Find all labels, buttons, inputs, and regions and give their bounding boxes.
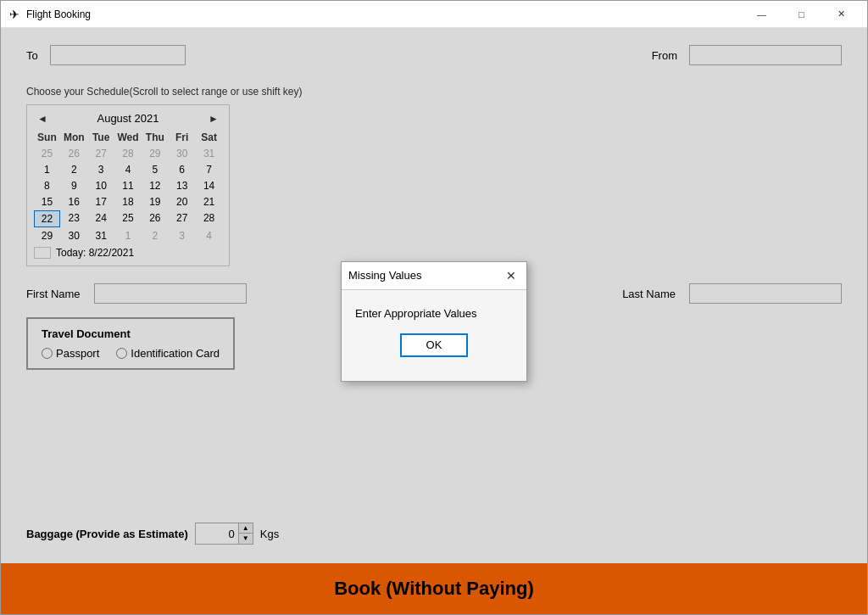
modal-titlebar: Missing Values ✕ <box>342 262 526 290</box>
window-title: Flight Booking <box>26 8 743 20</box>
modal-title: Missing Values <box>348 269 421 282</box>
modal-body: Enter Appropriate Values OK <box>342 290 526 381</box>
modal-ok-button[interactable]: OK <box>400 333 468 357</box>
main-content: To From Choose your Schedule(Scroll to s… <box>1 28 867 614</box>
minimize-button[interactable]: — <box>743 1 781 28</box>
maximize-button[interactable]: □ <box>782 1 821 28</box>
modal-overlay: Missing Values ✕ Enter Appropriate Value… <box>1 28 867 614</box>
modal-footer: OK <box>355 333 513 371</box>
main-window: ✈ Flight Booking — □ ✕ To From Choose yo… <box>0 0 868 615</box>
window-controls: — □ ✕ <box>743 1 860 28</box>
app-icon: ✈ <box>8 8 21 21</box>
title-bar: ✈ Flight Booking — □ ✕ <box>1 1 867 28</box>
modal-dialog: Missing Values ✕ Enter Appropriate Value… <box>341 261 527 382</box>
close-button[interactable]: ✕ <box>822 1 860 28</box>
modal-message: Enter Appropriate Values <box>355 307 513 320</box>
modal-close-button[interactable]: ✕ <box>503 267 520 284</box>
